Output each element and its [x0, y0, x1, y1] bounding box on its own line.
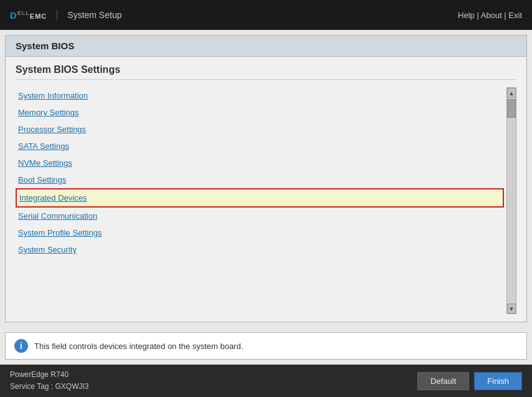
default-button[interactable]: Default: [417, 372, 469, 390]
bios-card-body: System BIOS Settings System InformationM…: [6, 57, 526, 322]
top-navigation-bar: DELLEMC System Setup Help | About | Exit: [0, 0, 532, 30]
section-title: System BIOS Settings: [16, 64, 516, 80]
menu-item-sata-settings[interactable]: SATA Settings: [16, 138, 504, 155]
device-info: PowerEdge R740 Service Tag : GXQWJI3: [10, 369, 89, 393]
top-bar-actions: Help | About | Exit: [458, 11, 522, 20]
menu-item-nvme-settings[interactable]: NVMe Settings: [16, 155, 504, 171]
scrollbar[interactable]: ▲ ▼: [506, 87, 516, 314]
app-title: System Setup: [57, 10, 121, 20]
bios-card: System BIOS System BIOS Settings System …: [5, 35, 527, 322]
bios-card-header: System BIOS: [6, 36, 526, 57]
menu-item-processor-settings[interactable]: Processor Settings: [16, 121, 504, 138]
scroll-down-button[interactable]: ▼: [507, 304, 516, 313]
menu-item-serial-communication[interactable]: Serial Communication: [16, 208, 504, 224]
menu-item-memory-settings[interactable]: Memory Settings: [16, 104, 504, 121]
top-bar-left: DELLEMC System Setup: [10, 10, 121, 21]
main-content: System BIOS System BIOS Settings System …: [0, 30, 532, 365]
help-link[interactable]: Help: [458, 11, 475, 20]
exit-link[interactable]: Exit: [508, 11, 522, 20]
settings-list: System InformationMemory SettingsProcess…: [16, 87, 506, 314]
bios-card-title: System BIOS: [16, 41, 74, 51]
info-box: i This field controls devices integrated…: [5, 332, 527, 360]
dell-emc-logo: DELLEMC: [10, 10, 47, 21]
bottom-actions: Default Finish: [417, 372, 522, 390]
info-text: This field controls devices integrated o…: [34, 342, 243, 351]
menu-item-system-security[interactable]: System Security: [16, 241, 504, 258]
scroll-thumb[interactable]: [507, 99, 516, 118]
service-tag-label: Service Tag : GXQWJI3: [10, 381, 89, 393]
menu-item-system-information[interactable]: System Information: [16, 87, 504, 104]
finish-button[interactable]: Finish: [474, 372, 522, 390]
info-icon: i: [14, 339, 28, 353]
menu-item-system-profile-settings[interactable]: System Profile Settings: [16, 224, 504, 241]
about-link[interactable]: About: [481, 11, 502, 20]
scroll-up-button[interactable]: ▲: [507, 88, 516, 98]
menu-item-integrated-devices[interactable]: Integrated Devices: [16, 188, 504, 208]
settings-container: System InformationMemory SettingsProcess…: [16, 87, 516, 314]
menu-item-boot-settings[interactable]: Boot Settings: [16, 171, 504, 188]
model-label: PowerEdge R740: [10, 369, 89, 381]
bottom-bar: PowerEdge R740 Service Tag : GXQWJI3 Def…: [0, 365, 532, 397]
